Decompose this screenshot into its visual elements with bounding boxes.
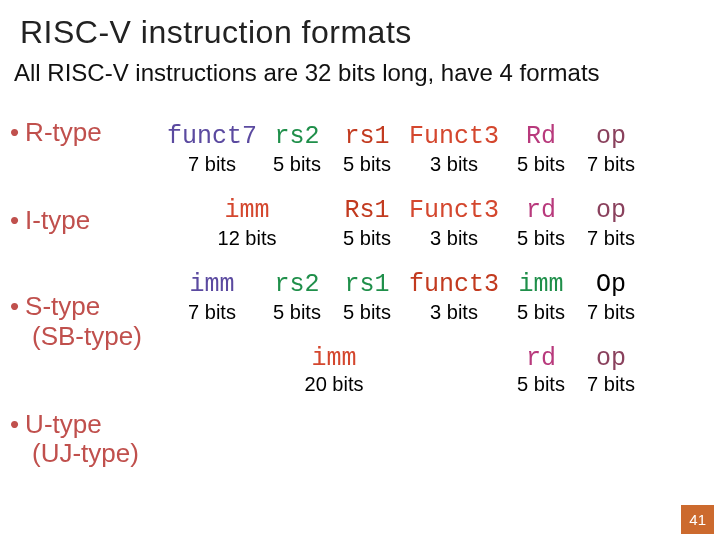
field-rd: Rd	[506, 122, 576, 151]
field-rd: rd	[506, 344, 576, 373]
bits-rs2: 5 bits	[262, 153, 332, 176]
stype-fields-row: imm rs2 rs1 funct3 imm Op	[162, 270, 702, 299]
field-funct3: Funct3	[402, 122, 506, 151]
field-op: Op	[576, 270, 646, 299]
bullet-label: S-type	[25, 291, 100, 321]
bits-funct3: 3 bits	[402, 301, 506, 324]
bullet-label: I-type	[25, 205, 90, 235]
field-funct7: funct7	[162, 122, 262, 151]
bits-op: 7 bits	[576, 301, 646, 324]
field-imm5: imm	[506, 270, 576, 299]
bits-rs1: 5 bits	[332, 227, 402, 250]
bits-funct7: 7 bits	[162, 153, 262, 176]
utype-fields-row: imm rd op	[162, 344, 702, 373]
bullet-s-type: •S-type(SB-type)	[10, 292, 142, 352]
bullet-i-type: •I-type	[10, 206, 142, 236]
bits-funct3: 3 bits	[402, 227, 506, 250]
slide-title: RISC-V instruction formats	[20, 14, 706, 51]
bullet-sublabel: (UJ-type)	[32, 439, 142, 469]
field-rs2: rs2	[262, 270, 332, 299]
bullet-r-type: •R-type	[10, 118, 142, 148]
field-funct3: Funct3	[402, 196, 506, 225]
rtype-fields-row: funct7 rs2 rs1 Funct3 Rd op	[162, 122, 702, 151]
bullet-sublabel: (SB-type)	[32, 322, 142, 352]
field-funct3: funct3	[402, 270, 506, 299]
slide-subtitle: All RISC-V instructions are 32 bits long…	[14, 59, 706, 87]
bits-imm5: 5 bits	[506, 301, 576, 324]
page-number-badge: 41	[681, 505, 714, 534]
field-op: op	[576, 196, 646, 225]
bits-op: 7 bits	[576, 227, 646, 250]
bullet-u-type: •U-type(UJ-type)	[10, 410, 142, 470]
field-imm7: imm	[162, 270, 262, 299]
bits-rs2: 5 bits	[262, 301, 332, 324]
field-rs1: Rs1	[332, 196, 402, 225]
field-imm: imm	[162, 344, 506, 373]
field-rs1: rs1	[332, 122, 402, 151]
field-rs2: rs2	[262, 122, 332, 151]
bullet-list: •R-type •I-type •S-type(SB-type) •U-type…	[10, 118, 142, 527]
bits-funct3: 3 bits	[402, 153, 506, 176]
bits-rs1: 5 bits	[332, 301, 402, 324]
stype-bits-row: 7 bits 5 bits 5 bits 3 bits 5 bits 7 bit…	[162, 301, 702, 324]
format-tables: funct7 rs2 rs1 Funct3 Rd op 7 bits 5 bit…	[162, 122, 702, 396]
bits-op: 7 bits	[576, 373, 646, 396]
bullet-label: R-type	[25, 117, 102, 147]
bits-rd: 5 bits	[506, 153, 576, 176]
field-op: op	[576, 344, 646, 373]
bits-imm: 20 bits	[162, 373, 506, 396]
slide: RISC-V instruction formats All RISC-V in…	[0, 0, 720, 540]
utype-bits-row: 20 bits 5 bits 7 bits	[162, 373, 702, 396]
field-op: op	[576, 122, 646, 151]
bullet-label: U-type	[25, 409, 102, 439]
field-rs1: rs1	[332, 270, 402, 299]
bits-rd: 5 bits	[506, 227, 576, 250]
bits-rd: 5 bits	[506, 373, 576, 396]
rtype-bits-row: 7 bits 5 bits 5 bits 3 bits 5 bits 7 bit…	[162, 153, 702, 176]
bits-rs1: 5 bits	[332, 153, 402, 176]
bits-imm7: 7 bits	[162, 301, 262, 324]
itype-bits-row: 12 bits 5 bits 3 bits 5 bits 7 bits	[162, 227, 702, 250]
bits-op: 7 bits	[576, 153, 646, 176]
itype-fields-row: imm Rs1 Funct3 rd op	[162, 196, 702, 225]
field-imm: imm	[162, 196, 332, 225]
field-rd: rd	[506, 196, 576, 225]
bits-imm: 12 bits	[162, 227, 332, 250]
